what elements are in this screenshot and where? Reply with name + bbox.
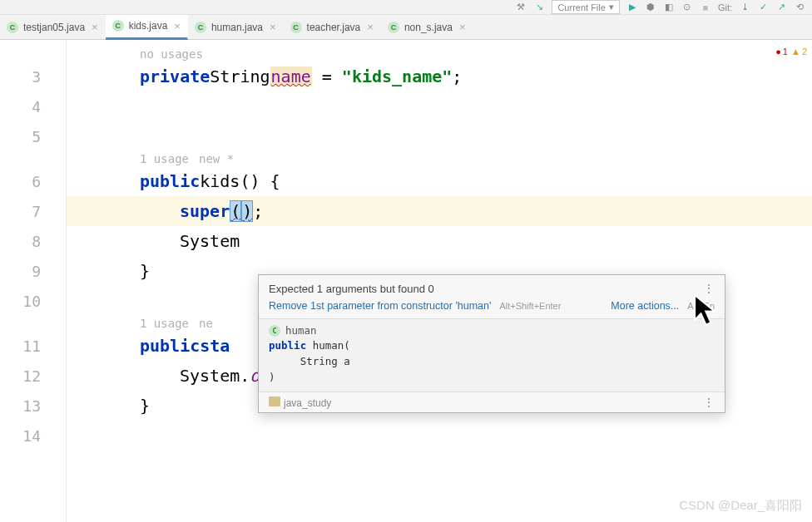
gutter: 3 4 5 6 7 8 9 10 11 12 13 14 xyxy=(0,40,67,522)
gutter-line[interactable]: 9 xyxy=(0,256,66,286)
folder-icon xyxy=(269,396,280,406)
java-class-icon: C xyxy=(388,22,399,33)
tab-label: human.java xyxy=(211,22,263,33)
code-line[interactable] xyxy=(83,121,812,151)
profile-icon[interactable]: ⊙ xyxy=(681,2,693,13)
run-config-dropdown[interactable]: Current File ▾ xyxy=(552,0,619,14)
popup-header: Expected 1 arguments but found 0 ⋮ xyxy=(259,275,725,300)
popup-footer: java_study ⋮ xyxy=(259,392,725,412)
chevron-down-icon: ▾ xyxy=(609,2,614,12)
doc-class-header: C human xyxy=(269,324,715,337)
tab-kids[interactable]: C kids.java × xyxy=(106,15,188,40)
hammer-icon[interactable]: ⚒ xyxy=(515,2,527,13)
error-message: Expected 1 arguments but found 0 xyxy=(269,283,434,295)
tab-label: testjan05.java xyxy=(23,22,85,33)
coverage-icon[interactable]: ◧ xyxy=(663,2,675,13)
code-line[interactable]: System xyxy=(83,226,812,256)
git-push-icon[interactable]: ↗ xyxy=(775,2,787,13)
popup-documentation: C human public human( String a ) xyxy=(259,318,725,392)
gutter-line[interactable]: 6 xyxy=(0,166,66,196)
error-tooltip-popup: Expected 1 arguments but found 0 ⋮ Remov… xyxy=(258,274,725,413)
run-icon[interactable]: ▶ xyxy=(626,2,638,13)
gutter-line[interactable]: 8 xyxy=(0,226,66,256)
git-history-icon[interactable]: ⟲ xyxy=(794,2,805,13)
tab-label: teacher.java xyxy=(307,22,361,33)
check-icon[interactable]: ↘ xyxy=(533,2,545,13)
kebab-icon[interactable]: ⋮ xyxy=(703,396,715,409)
gutter-line[interactable]: 3 xyxy=(0,62,66,91)
code-line[interactable] xyxy=(83,91,812,121)
gutter-line[interactable]: 14 xyxy=(0,421,66,451)
tab-teacher[interactable]: C teacher.java × xyxy=(284,15,381,40)
java-class-icon: C xyxy=(7,22,18,33)
close-icon[interactable]: × xyxy=(174,20,181,32)
tab-label: non_s.java xyxy=(404,22,453,33)
java-class-icon: C xyxy=(290,22,302,33)
module-label: java_study xyxy=(269,396,331,409)
more-actions-link[interactable]: More actions... xyxy=(611,300,679,312)
gutter-line[interactable] xyxy=(0,151,66,166)
doc-signature: public human( String a ) xyxy=(269,338,715,385)
tab-testjan05[interactable]: C testjan05.java × xyxy=(0,15,106,40)
tab-human[interactable]: C human.java × xyxy=(188,15,284,40)
java-class-icon: C xyxy=(269,325,280,337)
tab-label: kids.java xyxy=(129,20,168,32)
debug-icon[interactable]: ⬢ xyxy=(645,2,656,13)
git-commit-icon[interactable]: ✓ xyxy=(757,2,769,13)
usage-hint[interactable]: 1 usagenew * xyxy=(83,151,812,166)
gutter-line[interactable]: 13 xyxy=(0,391,66,421)
code-line-current[interactable]: super(); xyxy=(67,196,812,226)
stop-icon[interactable]: ■ xyxy=(700,2,711,13)
editor-tabs: C testjan05.java × C kids.java × C human… xyxy=(0,15,812,40)
gutter-line[interactable] xyxy=(0,47,66,62)
gutter-line[interactable]: 10 xyxy=(0,286,66,316)
code-line[interactable]: public kids() { xyxy=(83,166,812,196)
code-line[interactable]: private String name = "kids_name"; xyxy=(83,62,812,91)
gutter-line[interactable] xyxy=(0,316,66,331)
gutter-line[interactable]: 4 xyxy=(0,91,66,121)
git-update-icon[interactable]: ⤓ xyxy=(739,2,750,13)
java-class-icon: C xyxy=(112,20,124,32)
watermark-text: CSDN @Dear_喜阳阳 xyxy=(679,498,802,514)
close-icon[interactable]: × xyxy=(92,21,98,33)
gutter-line[interactable]: 12 xyxy=(0,361,66,391)
popup-actions: Remove 1st parameter from constructor 'h… xyxy=(259,300,725,318)
close-icon[interactable]: × xyxy=(270,21,276,33)
tab-non-s[interactable]: C non_s.java × xyxy=(381,15,473,40)
main-toolbar: ⚒ ↘ Current File ▾ ▶ ⬢ ◧ ⊙ ■ Git: ⤓ ✓ ↗ … xyxy=(0,0,812,15)
close-icon[interactable]: × xyxy=(459,21,466,33)
doc-class-name: human xyxy=(285,324,317,337)
gutter-line[interactable]: 7 xyxy=(0,196,66,226)
gutter-line[interactable]: 11 xyxy=(0,331,66,361)
quickfix-link[interactable]: Remove 1st parameter from constructor 'h… xyxy=(269,300,491,312)
java-class-icon: C xyxy=(195,22,206,33)
kebab-icon[interactable]: ⋮ xyxy=(703,282,715,295)
usage-hint[interactable]: no usages xyxy=(83,47,812,62)
shortcut-label: Alt+Shift+Enter xyxy=(499,301,561,311)
shortcut-label: Alt+En xyxy=(687,301,715,311)
gutter-line[interactable]: 5 xyxy=(0,121,66,151)
code-line[interactable] xyxy=(83,421,812,451)
git-label: Git: xyxy=(718,2,732,12)
close-icon[interactable]: × xyxy=(367,21,374,33)
dropdown-label: Current File xyxy=(557,2,605,12)
